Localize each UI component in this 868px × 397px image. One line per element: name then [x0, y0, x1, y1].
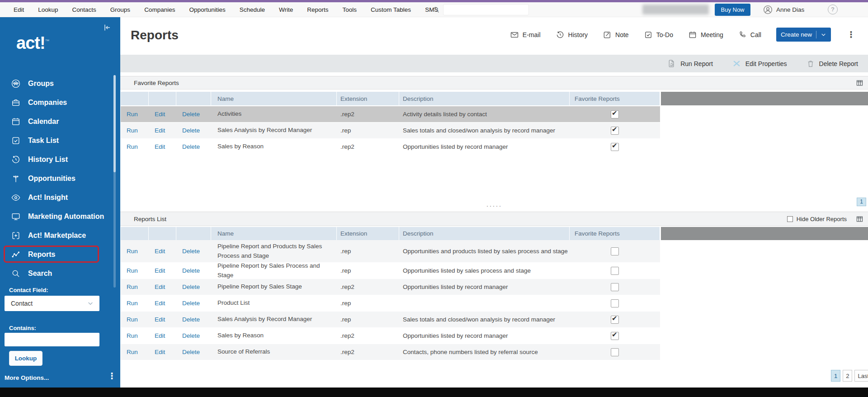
delete-link[interactable]: Delete — [176, 295, 211, 311]
menu-item-contacts[interactable]: Contacts — [72, 6, 96, 13]
menu-item-schedule[interactable]: Schedule — [240, 6, 265, 13]
history-button[interactable]: History — [556, 30, 588, 39]
meeting-button[interactable]: Meeting — [688, 30, 723, 39]
run-link[interactable]: Run — [121, 295, 149, 311]
delete-link[interactable]: Delete — [176, 240, 211, 262]
favorite-checkbox[interactable] — [611, 143, 619, 151]
page-button-2[interactable]: 2 — [843, 370, 852, 382]
favorite-checkbox[interactable] — [611, 283, 619, 291]
run-link[interactable]: Run — [121, 312, 149, 327]
edit-link[interactable]: Edit — [149, 295, 176, 311]
panel-splitter-handle[interactable]: ····· — [120, 203, 868, 209]
menu-item-groups[interactable]: Groups — [110, 6, 130, 13]
run-link[interactable]: Run — [121, 106, 149, 122]
sidebar-item-companies[interactable]: Companies — [0, 93, 120, 112]
help-icon[interactable]: ? — [828, 5, 838, 14]
menu-item-opportunities[interactable]: Opportunities — [189, 6, 225, 13]
favorite-checkbox[interactable] — [611, 267, 619, 275]
run-link[interactable]: Run — [121, 240, 149, 262]
run-link[interactable]: Run — [121, 263, 149, 279]
buy-now-button[interactable]: Buy Now — [715, 4, 750, 16]
table-row[interactable]: Run Edit Delete Activities .rep2 Activit… — [121, 106, 660, 123]
delete-link[interactable]: Delete — [176, 139, 211, 155]
column-chooser-icon[interactable] — [856, 215, 863, 223]
sidebar-scrollbar[interactable] — [113, 75, 116, 288]
edit-link[interactable]: Edit — [149, 240, 176, 262]
favorite-checkbox[interactable] — [611, 110, 619, 118]
edit-link[interactable]: Edit — [149, 344, 176, 360]
delete-link[interactable]: Delete — [176, 263, 211, 279]
delete-link[interactable]: Delete — [176, 328, 211, 344]
table-row[interactable]: Run Edit Delete Sales by Reason .rep2 Op… — [121, 328, 660, 344]
delete-link[interactable]: Delete — [176, 279, 211, 295]
edit-link[interactable]: Edit — [149, 279, 176, 295]
delete-report-button[interactable]: Delete Report — [806, 59, 858, 68]
run-link[interactable]: Run — [121, 139, 149, 155]
menu-item-write[interactable]: Write — [279, 6, 293, 13]
sidebar-item-act-insight[interactable]: Act! Insight — [0, 188, 120, 207]
global-search-input[interactable] — [443, 4, 529, 15]
edit-link[interactable]: Edit — [149, 123, 176, 138]
sidebar-item-groups[interactable]: Groups — [0, 74, 120, 93]
menu-item-lookup[interactable]: Lookup — [38, 6, 58, 13]
favorite-checkbox[interactable] — [611, 299, 619, 307]
run-report-button[interactable]: Run Report — [667, 59, 713, 68]
sidebar-item-task-list[interactable]: Task List — [0, 131, 120, 150]
sidebar-item-search[interactable]: Search — [0, 264, 120, 283]
page-button-last[interactable]: Last — [854, 370, 868, 382]
favorite-checkbox[interactable] — [611, 127, 619, 135]
table-row[interactable]: Run Edit Delete Sales Analysis by Record… — [121, 123, 660, 139]
run-link[interactable]: Run — [121, 123, 149, 138]
menu-item-tools[interactable]: Tools — [343, 6, 357, 13]
table-row[interactable]: Run Edit Delete Pipeline Report by Sales… — [121, 263, 660, 279]
toolbar-kebab-icon[interactable]: ⋮ — [847, 29, 855, 40]
sidebar-item-reports[interactable]: Reports — [0, 245, 120, 264]
menu-item-edit[interactable]: Edit — [14, 6, 24, 13]
user-avatar-icon[interactable] — [763, 5, 773, 15]
sidebar-item-act-marketplace[interactable]: Act! Marketplace — [0, 226, 120, 245]
table-row[interactable]: Run Edit Delete Sales Analysis by Record… — [121, 312, 660, 328]
menu-item-custom-tables[interactable]: Custom Tables — [371, 6, 411, 13]
table-row[interactable]: Run Edit Delete Sales by Reason .rep2 Op… — [121, 139, 660, 155]
delete-link[interactable]: Delete — [176, 106, 211, 122]
email-button[interactable]: E-mail — [510, 30, 541, 39]
contains-input[interactable] — [5, 333, 99, 346]
run-link[interactable]: Run — [121, 344, 149, 360]
favorite-checkbox[interactable] — [611, 316, 619, 324]
menu-item-companies[interactable]: Companies — [144, 6, 175, 13]
edit-link[interactable]: Edit — [149, 263, 176, 279]
create-new-button[interactable]: Create new — [776, 28, 831, 42]
sidebar-collapse-icon[interactable] — [102, 23, 112, 33]
table-row[interactable]: Run Edit Delete Source of Referrals .rep… — [121, 344, 660, 360]
edit-link[interactable]: Edit — [149, 106, 176, 122]
table-row[interactable]: Run Edit Delete Product List .rep — [121, 295, 660, 312]
run-link[interactable]: Run — [121, 279, 149, 295]
edit-properties-button[interactable]: Edit Properties — [732, 59, 787, 68]
sidebar-item-marketing-automation[interactable]: Marketing Automation — [0, 207, 120, 226]
hide-older-reports-checkbox[interactable] — [787, 216, 793, 222]
sidebar-item-opportunities[interactable]: Opportunities — [0, 169, 120, 188]
table-row[interactable]: Run Edit Delete Pipeline Report by Sales… — [121, 279, 660, 295]
sidebar-item-history-list[interactable]: History List — [0, 150, 120, 169]
page-button-1[interactable]: 1 — [831, 370, 840, 382]
favorite-checkbox[interactable] — [611, 332, 619, 340]
delete-link[interactable]: Delete — [176, 312, 211, 327]
menu-item-reports[interactable]: Reports — [307, 6, 328, 13]
todo-button[interactable]: To-Do — [644, 30, 673, 39]
note-button[interactable]: Note — [603, 30, 629, 39]
call-button[interactable]: Call — [738, 30, 761, 39]
sidebar-kebab-icon[interactable]: ⋮ — [108, 371, 116, 381]
sidebar-scrollbar-thumb[interactable] — [113, 75, 116, 172]
favorite-checkbox[interactable] — [611, 247, 619, 255]
more-options-link[interactable]: More Options... — [5, 374, 49, 381]
favorite-checkbox[interactable] — [611, 348, 619, 356]
edit-link[interactable]: Edit — [149, 328, 176, 344]
table-row[interactable]: Run Edit Delete Pipeline Report and Prod… — [121, 240, 660, 263]
delete-link[interactable]: Delete — [176, 123, 211, 138]
delete-link[interactable]: Delete — [176, 344, 211, 360]
run-link[interactable]: Run — [121, 328, 149, 344]
lookup-button[interactable]: Lookup — [9, 351, 42, 366]
edit-link[interactable]: Edit — [149, 139, 176, 155]
edit-link[interactable]: Edit — [149, 312, 176, 327]
sidebar-item-calendar[interactable]: Calendar — [0, 112, 120, 131]
